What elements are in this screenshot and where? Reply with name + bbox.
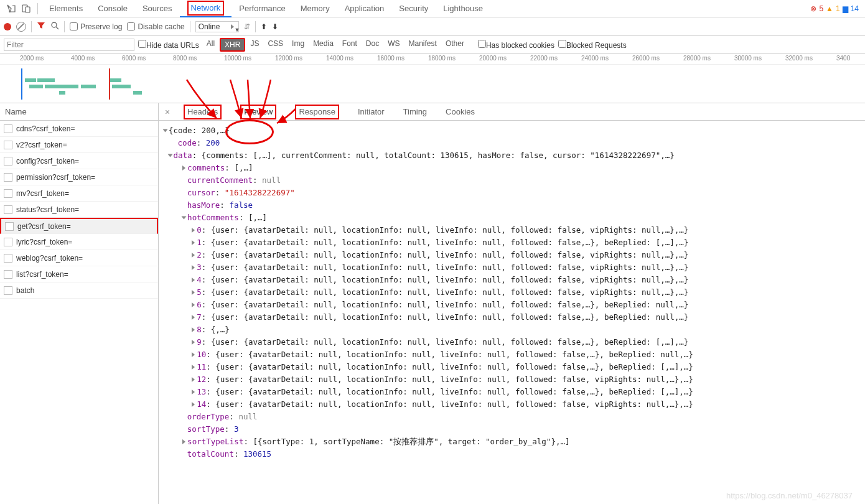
close-icon[interactable]: × [161, 107, 174, 117]
devtools-top-tabs: ElementsConsoleSourcesNetworkPerformance… [0, 0, 865, 17]
request-row[interactable]: mv?csrf_token= [0, 185, 158, 202]
filter-chip-font[interactable]: Font [339, 38, 361, 52]
detail-tab-headers[interactable]: Headers [177, 105, 228, 119]
detail-panel: × HeadersPreviewResponseInitiatorTimingC… [159, 103, 865, 504]
svg-rect-7 [45, 85, 78, 88]
disable-cache-checkbox[interactable]: Disable cache [127, 22, 184, 31]
tab-elements[interactable]: Elements [42, 0, 90, 17]
console-status: ⊗5 ▲1 ▆14 [810, 4, 859, 13]
svg-rect-3 [21, 68, 22, 100]
request-row[interactable]: cdns?csrf_token= [0, 121, 158, 137]
filter-chip-all[interactable]: All [203, 38, 218, 52]
requests-header: Name [0, 103, 158, 121]
message-icon: ▆ [843, 4, 848, 13]
filter-chip-media[interactable]: Media [309, 38, 337, 52]
filter-chip-js[interactable]: JS [246, 38, 263, 52]
tab-memory[interactable]: Memory [293, 0, 337, 17]
error-icon: ⊗ [810, 4, 816, 13]
svg-point-2 [52, 22, 57, 27]
filter-chip-doc[interactable]: Doc [362, 38, 383, 52]
upload-har-icon[interactable]: ⬆ [261, 22, 267, 31]
file-icon [4, 124, 12, 133]
requests-panel: Name cdns?csrf_token=v2?csrf_token=confi… [0, 103, 159, 504]
has-blocked-cookies-checkbox[interactable]: Has blocked cookies [478, 40, 554, 50]
detail-tab-cookies[interactable]: Cookies [439, 105, 481, 119]
device-toggle-icon[interactable] [19, 1, 34, 16]
request-row[interactable]: batch [0, 282, 158, 299]
download-har-icon[interactable]: ⬇ [272, 22, 278, 31]
overview-graph[interactable] [0, 65, 865, 103]
file-icon [4, 157, 12, 166]
filter-chip-img[interactable]: Img [288, 38, 308, 52]
svg-rect-12 [112, 85, 131, 88]
inspect-icon[interactable] [4, 1, 19, 16]
svg-rect-6 [29, 85, 43, 88]
clear-button[interactable] [16, 22, 26, 32]
filter-chip-xhr[interactable]: XHR [220, 38, 245, 52]
file-icon [4, 173, 12, 182]
svg-rect-1 [26, 7, 30, 12]
tab-security[interactable]: Security [391, 0, 436, 17]
svg-rect-10 [109, 78, 121, 82]
timeline-ruler: 2000 ms4000 ms6000 ms8000 ms10000 ms1200… [0, 54, 865, 65]
filter-bar: Hide data URLs AllXHRJSCSSImgMediaFontDo… [0, 36, 865, 54]
tab-console[interactable]: Console [90, 0, 135, 17]
request-row[interactable]: get?csrf_token= [0, 218, 158, 234]
tab-performance[interactable]: Performance [231, 0, 292, 17]
settings-wifi-icon[interactable]: ⇵ [244, 22, 250, 31]
record-button[interactable] [4, 23, 11, 30]
detail-tab-preview[interactable]: Preview [234, 105, 283, 119]
filter-chip-manifest[interactable]: Manifest [405, 38, 441, 52]
tab-network[interactable]: Network [180, 0, 232, 17]
svg-rect-11 [109, 68, 110, 100]
search-icon[interactable] [50, 21, 59, 32]
filter-chip-other[interactable]: Other [442, 38, 468, 52]
tab-lighthouse[interactable]: Lighthouse [436, 0, 490, 17]
network-toolbar: Preserve log Disable cache Online▼ ⇵ ⬆ ⬇ [0, 17, 865, 36]
file-icon [4, 141, 12, 149]
file-icon [4, 270, 12, 279]
file-icon [4, 205, 12, 214]
detail-tab-timing[interactable]: Timing [397, 105, 434, 119]
blocked-requests-checkbox[interactable]: Blocked Requests [558, 40, 627, 50]
request-row[interactable]: lyric?csrf_token= [0, 234, 158, 250]
file-icon [4, 238, 12, 246]
svg-rect-4 [25, 78, 36, 82]
request-row[interactable]: v2?csrf_token= [0, 137, 158, 153]
svg-rect-13 [133, 91, 142, 95]
filter-icon[interactable] [37, 21, 45, 32]
request-row[interactable]: config?csrf_token= [0, 153, 158, 169]
detail-tabs: × HeadersPreviewResponseInitiatorTimingC… [159, 103, 865, 121]
file-icon [4, 254, 12, 263]
throttling-select[interactable]: Online▼ [195, 21, 240, 32]
detail-tab-initiator[interactable]: Initiator [352, 105, 391, 119]
svg-rect-9 [81, 85, 96, 88]
svg-rect-5 [37, 78, 55, 82]
tab-sources[interactable]: Sources [135, 0, 180, 17]
request-row[interactable]: status?csrf_token= [0, 202, 158, 218]
hide-data-urls-checkbox[interactable]: Hide data URLs [138, 40, 199, 50]
detail-tab-response[interactable]: Response [289, 105, 345, 119]
watermark: https://blog.csdn.net/m0_46278037 [726, 491, 853, 500]
warning-icon: ▲ [826, 4, 833, 13]
request-row[interactable]: permission?csrf_token= [0, 169, 158, 185]
filter-chip-ws[interactable]: WS [384, 38, 403, 52]
filter-chip-css[interactable]: CSS [264, 38, 287, 52]
filter-input[interactable] [4, 39, 134, 51]
svg-rect-8 [59, 91, 65, 95]
preview-tree[interactable]: {code: 200,…} code: 200 data: {comments:… [159, 121, 865, 504]
request-row[interactable]: weblog?csrf_token= [0, 250, 158, 266]
preserve-log-checkbox[interactable]: Preserve log [70, 22, 122, 31]
request-row[interactable]: list?csrf_token= [0, 266, 158, 282]
file-icon [4, 286, 12, 295]
file-icon [5, 222, 14, 231]
file-icon [4, 189, 12, 198]
tab-application[interactable]: Application [337, 0, 392, 17]
